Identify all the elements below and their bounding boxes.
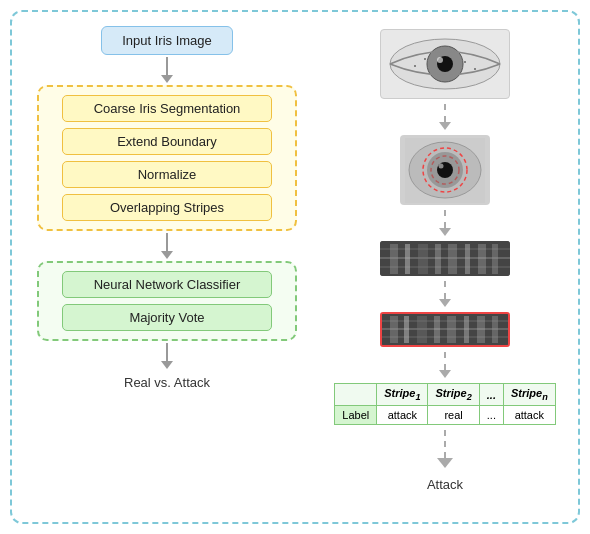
arrow-dashed-head-3: [439, 299, 451, 307]
svg-point-7: [474, 68, 476, 70]
svg-rect-33: [417, 316, 427, 343]
table-cell-real: real: [428, 406, 479, 425]
table-header-stripeN: Stripen: [503, 384, 555, 406]
normalize-stripe-image: [380, 241, 510, 276]
normalize-stripe-svg: [380, 241, 510, 276]
arrow-line-2: [166, 233, 168, 251]
svg-rect-25: [478, 244, 486, 274]
overlapping-stripes-item: Overlapping Stripes: [62, 194, 272, 221]
arrow-dashed-2: [439, 210, 451, 236]
eye-image: [380, 29, 510, 99]
table-header-dots: ...: [479, 384, 503, 406]
arrow-dashed-1: [439, 104, 451, 130]
svg-rect-21: [418, 244, 428, 274]
arrow-head-3: [161, 361, 173, 369]
arrow-dashed-head-4: [439, 370, 451, 378]
table-header-empty: [335, 384, 377, 406]
arrow-dashed-line-2: [444, 210, 446, 228]
svg-rect-19: [390, 244, 398, 274]
majority-vote-item: Majority Vote: [62, 304, 272, 331]
svg-rect-38: [492, 316, 498, 343]
overlapping-stripes-label: Overlapping Stripes: [110, 200, 224, 215]
svg-point-4: [424, 58, 426, 60]
arrow-input-to-yellow: [161, 57, 173, 83]
result-left-label: Real vs. Attack: [124, 375, 210, 390]
input-iris-label: Input Iris Image: [122, 33, 212, 48]
arrow-head-2: [161, 251, 173, 259]
svg-rect-31: [390, 316, 398, 343]
nn-classifier-label: Neural Network Classifier: [94, 277, 241, 292]
arrow-dashed-line-3: [444, 281, 446, 299]
normalize-item: Normalize: [62, 161, 272, 188]
left-column: Input Iris Image Coarse Iris Segmentatio…: [22, 22, 312, 512]
svg-rect-32: [404, 316, 409, 343]
table-label-cell: Label: [335, 406, 377, 425]
extend-boundary-item: Extend Boundary: [62, 128, 272, 155]
svg-rect-22: [435, 244, 441, 274]
arrow-green-to-result: [161, 343, 173, 369]
svg-rect-20: [405, 244, 410, 274]
nn-classifier-item: Neural Network Classifier: [62, 271, 272, 298]
arrow-dashed-4: [439, 352, 451, 378]
svg-rect-24: [465, 244, 470, 274]
stripe-classification-table: Stripe1 Stripe2 ... Stripen Label attack…: [334, 383, 555, 425]
majority-vote-label: Majority Vote: [129, 310, 204, 325]
svg-rect-35: [447, 316, 456, 343]
arrow-line-3: [166, 343, 168, 361]
svg-rect-37: [477, 316, 485, 343]
main-container: Input Iris Image Coarse Iris Segmentatio…: [0, 0, 590, 534]
svg-rect-36: [464, 316, 469, 343]
svg-rect-34: [434, 316, 440, 343]
extend-boundary-label: Extend Boundary: [117, 134, 217, 149]
right-column: Stripe1 Stripe2 ... Stripen Label attack…: [322, 22, 568, 512]
svg-point-5: [464, 61, 466, 63]
input-iris-box: Input Iris Image: [101, 26, 233, 55]
eye-svg: [385, 34, 505, 94]
arrow-head-1: [161, 75, 173, 83]
svg-rect-26: [492, 244, 498, 274]
svg-point-6: [414, 65, 416, 67]
arrow-line-1: [166, 57, 168, 75]
arrow-yellow-to-green: [161, 233, 173, 259]
table-cell-attack1: attack: [377, 406, 428, 425]
outer-box: Input Iris Image Coarse Iris Segmentatio…: [10, 10, 580, 524]
arrow-dashed-line-4: [444, 352, 446, 370]
result-right-label: Attack: [427, 477, 463, 492]
arrow-dashed-line-5: [444, 430, 446, 458]
green-classifier-section: Neural Network Classifier Majority Vote: [37, 261, 297, 341]
svg-point-3: [437, 57, 443, 63]
arrow-dashed-head-5: [437, 458, 453, 468]
coarse-iris-label: Coarse Iris Segmentation: [94, 101, 241, 116]
arrow-dashed-head-1: [439, 122, 451, 130]
iris-svg: [405, 138, 485, 203]
table-header-stripe2: Stripe2: [428, 384, 479, 406]
arrow-dashed-line-1: [444, 104, 446, 122]
yellow-processing-section: Coarse Iris Segmentation Extend Boundary…: [37, 85, 297, 231]
iris-segmented-image: [400, 135, 490, 205]
arrow-dashed-head-2: [439, 228, 451, 236]
arrow-dashed-5: [437, 430, 453, 468]
table-cell-attackN: attack: [503, 406, 555, 425]
table-cell-dots: ...: [479, 406, 503, 425]
arrow-dashed-3: [439, 281, 451, 307]
svg-rect-23: [448, 244, 457, 274]
overlapping-stripe-svg: [382, 314, 508, 345]
normalize-label: Normalize: [138, 167, 197, 182]
table-header-stripe1: Stripe1: [377, 384, 428, 406]
overlapping-stripe-image: [380, 312, 510, 347]
coarse-iris-item: Coarse Iris Segmentation: [62, 95, 272, 122]
svg-point-14: [439, 163, 444, 168]
